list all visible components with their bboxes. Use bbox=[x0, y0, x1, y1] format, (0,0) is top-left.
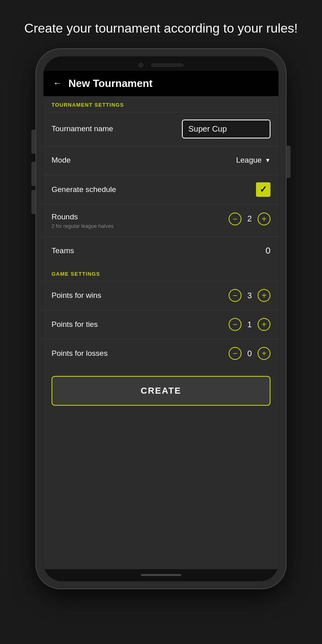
mode-row: Mode League ▼ bbox=[43, 146, 279, 175]
generate-schedule-label: Generate schedule bbox=[52, 185, 116, 194]
teams-label: Teams bbox=[52, 246, 74, 255]
hero-text: Create your tournament according to your… bbox=[0, 0, 322, 49]
back-button[interactable]: ← bbox=[53, 78, 62, 89]
tournament-settings-header: TOURNAMENT SETTINGS bbox=[43, 96, 279, 112]
rounds-stepper: − 2 + bbox=[229, 213, 270, 225]
rounds-row: Rounds 2 for regular league halves − 2 + bbox=[43, 204, 279, 236]
camera-dot bbox=[138, 63, 143, 68]
points-ties-increment-button[interactable]: + bbox=[258, 318, 270, 331]
generate-schedule-checkbox[interactable]: ✓ bbox=[256, 182, 270, 197]
mode-dropdown[interactable]: League ▼ bbox=[236, 156, 270, 165]
points-losses-value: 0 bbox=[246, 349, 254, 358]
content-area: TOURNAMENT SETTINGS Tournament name Mode… bbox=[43, 96, 279, 569]
points-wins-value: 3 bbox=[246, 291, 254, 300]
points-losses-stepper: − 0 + bbox=[229, 347, 270, 360]
points-wins-label: Points for wins bbox=[52, 291, 101, 300]
rounds-sublabel: 2 for regular league halves bbox=[52, 223, 114, 229]
rounds-increment-button[interactable]: + bbox=[258, 213, 270, 225]
tournament-name-input[interactable] bbox=[182, 120, 270, 138]
points-losses-row: Points for losses − 0 + bbox=[43, 339, 279, 368]
points-wins-row: Points for wins − 3 + bbox=[43, 281, 279, 310]
points-ties-value: 1 bbox=[246, 320, 254, 329]
points-ties-stepper: − 1 + bbox=[229, 318, 270, 331]
home-indicator bbox=[141, 574, 181, 576]
mode-value: League bbox=[236, 156, 262, 165]
phone-top-bar bbox=[43, 56, 279, 71]
checkmark-icon: ✓ bbox=[260, 184, 267, 195]
game-settings-group: GAME SETTINGS Points for wins − 3 + Poin… bbox=[43, 265, 279, 414]
phone-frame: ← New Tournament TOURNAMENT SETTINGS Tou… bbox=[36, 49, 286, 588]
points-losses-increment-button[interactable]: + bbox=[258, 347, 270, 360]
rounds-decrement-button[interactable]: − bbox=[229, 213, 242, 225]
points-ties-decrement-button[interactable]: − bbox=[229, 318, 242, 331]
teams-value: 0 bbox=[266, 246, 270, 256]
tournament-name-row: Tournament name bbox=[43, 112, 279, 146]
points-ties-row: Points for ties − 1 + bbox=[43, 310, 279, 339]
speaker-bar bbox=[151, 64, 184, 67]
points-wins-decrement-button[interactable]: − bbox=[229, 289, 242, 302]
create-button-container: CREATE bbox=[43, 368, 279, 414]
phone-bottom-bar bbox=[43, 569, 279, 581]
points-losses-decrement-button[interactable]: − bbox=[229, 347, 242, 360]
teams-row: Teams 0 bbox=[43, 236, 279, 265]
points-wins-increment-button[interactable]: + bbox=[258, 289, 270, 302]
phone-screen: ← New Tournament TOURNAMENT SETTINGS Tou… bbox=[43, 56, 279, 581]
page-title: New Tournament bbox=[68, 77, 153, 90]
generate-schedule-row: Generate schedule ✓ bbox=[43, 175, 279, 204]
dropdown-arrow-icon: ▼ bbox=[265, 157, 270, 163]
points-losses-label: Points for losses bbox=[52, 349, 107, 358]
tournament-name-label: Tournament name bbox=[52, 124, 113, 133]
create-button[interactable]: CREATE bbox=[52, 376, 270, 406]
app-header: ← New Tournament bbox=[43, 71, 279, 96]
rounds-label-group: Rounds 2 for regular league halves bbox=[52, 213, 114, 229]
game-settings-header: GAME SETTINGS bbox=[43, 265, 279, 281]
tournament-settings-group: TOURNAMENT SETTINGS Tournament name Mode… bbox=[43, 96, 279, 265]
mode-label: Mode bbox=[52, 156, 71, 165]
points-wins-stepper: − 3 + bbox=[229, 289, 270, 302]
rounds-value: 2 bbox=[246, 214, 254, 223]
points-ties-label: Points for ties bbox=[52, 320, 98, 329]
rounds-label: Rounds bbox=[52, 213, 114, 221]
